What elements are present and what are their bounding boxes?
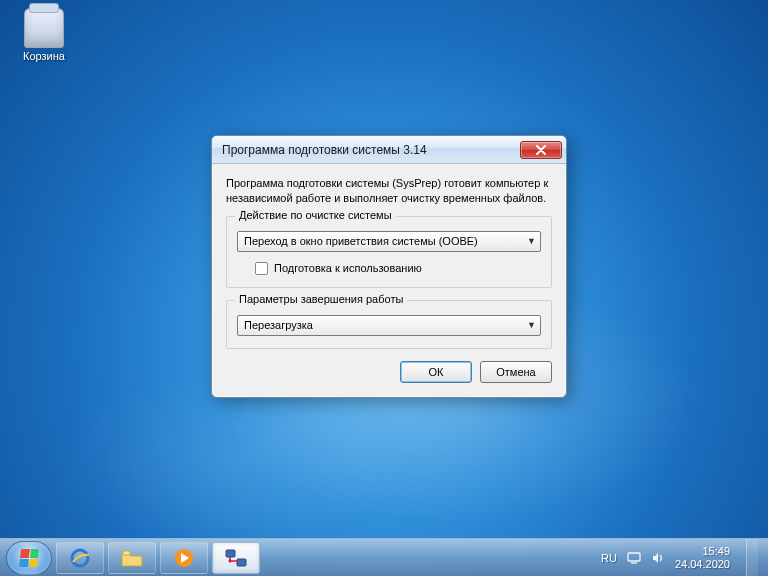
windows-logo-icon	[19, 549, 39, 567]
button-row: ОК Отмена	[226, 361, 552, 383]
svg-rect-1	[123, 551, 130, 555]
media-player-icon	[173, 547, 195, 569]
taskbar-sysprep-button[interactable]	[212, 542, 260, 574]
svg-point-5	[229, 559, 232, 562]
svg-point-0	[72, 550, 88, 566]
action-center-icon[interactable]	[627, 552, 641, 564]
shutdown-group: Параметры завершения работы Перезагрузка…	[226, 300, 552, 349]
cancel-button[interactable]: Отмена	[480, 361, 552, 383]
taskbar-explorer-button[interactable]	[108, 542, 156, 574]
close-button[interactable]	[520, 141, 562, 159]
generalize-checkbox[interactable]	[255, 262, 268, 275]
shutdown-group-label: Параметры завершения работы	[235, 293, 407, 305]
clock-date: 24.04.2020	[675, 558, 730, 571]
ie-icon	[69, 547, 91, 569]
svg-rect-3	[226, 550, 235, 557]
taskbar: RU 15:49 24.04.2020	[0, 538, 768, 576]
svg-rect-4	[237, 559, 246, 566]
recycle-bin[interactable]: Корзина	[14, 8, 74, 62]
close-icon	[535, 145, 547, 155]
window-title: Программа подготовки системы 3.14	[222, 143, 427, 157]
clock-time: 15:49	[675, 545, 730, 558]
cleanup-action-combo[interactable]: Переход в окно приветствия системы (OOBE…	[237, 231, 541, 252]
show-desktop-button[interactable]	[746, 539, 758, 577]
taskbar-ie-button[interactable]	[56, 542, 104, 574]
recycle-bin-label: Корзина	[14, 50, 74, 62]
svg-rect-6	[628, 553, 640, 561]
language-indicator[interactable]: RU	[601, 552, 617, 564]
cleanup-group: Действие по очистке системы Переход в ок…	[226, 216, 552, 288]
recycle-bin-icon	[24, 8, 64, 48]
start-button[interactable]	[6, 541, 52, 575]
cleanup-group-label: Действие по очистке системы	[235, 209, 396, 221]
shutdown-combo[interactable]: Перезагрузка ▼	[237, 315, 541, 336]
chevron-down-icon: ▼	[527, 236, 536, 246]
dialog-description: Программа подготовки системы (SysPrep) г…	[226, 176, 552, 206]
ok-button[interactable]: ОК	[400, 361, 472, 383]
generalize-row[interactable]: Подготовка к использованию	[255, 262, 541, 275]
folder-icon	[120, 548, 144, 568]
taskbar-media-button[interactable]	[160, 542, 208, 574]
volume-icon[interactable]	[651, 551, 665, 565]
dialog-body: Программа подготовки системы (SysPrep) г…	[212, 164, 566, 397]
chevron-down-icon: ▼	[527, 320, 536, 330]
sysprep-dialog: Программа подготовки системы 3.14 Програ…	[211, 135, 567, 398]
titlebar[interactable]: Программа подготовки системы 3.14	[212, 136, 566, 164]
generalize-label: Подготовка к использованию	[274, 262, 422, 274]
clock[interactable]: 15:49 24.04.2020	[675, 545, 730, 570]
shutdown-value: Перезагрузка	[244, 319, 313, 331]
cleanup-action-value: Переход в окно приветствия системы (OOBE…	[244, 235, 478, 247]
sysprep-icon	[224, 547, 248, 569]
desktop[interactable]: Корзина Программа подготовки системы 3.1…	[0, 0, 768, 576]
system-tray: RU 15:49 24.04.2020	[601, 539, 762, 577]
